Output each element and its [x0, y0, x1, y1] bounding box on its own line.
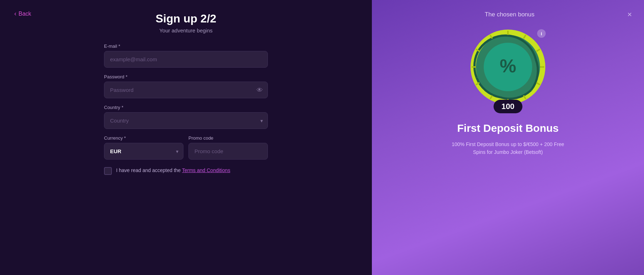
password-wrapper: 👁 — [104, 82, 268, 98]
email-input[interactable] — [104, 51, 268, 68]
page-title: Sign up 2/2 — [156, 12, 217, 25]
promo-input[interactable] — [188, 143, 268, 160]
password-input[interactable] — [104, 82, 268, 98]
country-select[interactable]: Country Germany France Spain Italy Nethe… — [104, 112, 268, 129]
currency-label: Currency * — [104, 135, 183, 141]
password-field-group: Password * 👁 — [104, 74, 268, 98]
promo-label: Promo code — [188, 135, 268, 141]
back-button[interactable]: ‹ Back — [14, 10, 31, 17]
terms-text: I have read and accepted the Terms and C… — [116, 167, 230, 174]
svg-text:%: % — [500, 56, 516, 76]
info-icon[interactable]: i — [537, 29, 546, 38]
email-field-group: E-mail * — [104, 43, 268, 68]
country-label: Country * — [104, 105, 268, 110]
right-panel: The chosen bonus × — [372, 0, 644, 275]
terms-row: I have read and accepted the Terms and C… — [104, 167, 268, 175]
close-button[interactable]: × — [626, 9, 633, 21]
wheel-badge: 100 — [494, 100, 523, 113]
bonus-description: 100% First Deposit Bonus up to $/€500 + … — [447, 140, 568, 156]
chosen-bonus-label: The chosen bonus — [393, 11, 626, 18]
terms-prefix: I have read and accepted the — [116, 167, 182, 173]
terms-link[interactable]: Terms and Conditions — [182, 167, 230, 173]
bonus-wheel-svg: % — [469, 28, 547, 106]
signup-form: E-mail * Password * 👁 Country * Country … — [104, 43, 268, 175]
right-panel-header: The chosen bonus × — [383, 9, 633, 21]
currency-select[interactable]: EUR USD GBP CAD AUD — [104, 143, 183, 160]
currency-field-group: Currency * EUR USD GBP CAD AUD ▾ — [104, 135, 183, 160]
bonus-title: First Deposit Bonus — [457, 122, 559, 135]
password-label: Password * — [104, 74, 268, 79]
back-label: Back — [19, 11, 31, 17]
chevron-left-icon: ‹ — [14, 10, 16, 17]
promo-field-group: Promo code — [188, 135, 268, 160]
bonus-wheel-container: % i 100 — [469, 28, 547, 113]
country-field-group: Country * Country Germany France Spain I… — [104, 105, 268, 129]
eye-icon[interactable]: 👁 — [256, 86, 263, 94]
terms-checkbox[interactable] — [104, 167, 112, 175]
currency-select-wrapper: EUR USD GBP CAD AUD ▾ — [104, 143, 183, 160]
email-label: E-mail * — [104, 43, 268, 49]
country-select-wrapper: Country Germany France Spain Italy Nethe… — [104, 112, 268, 129]
page-subtitle: Your adventure begins — [159, 27, 213, 33]
currency-promo-row: Currency * EUR USD GBP CAD AUD ▾ Promo c… — [104, 135, 268, 160]
left-panel: ‹ Back Sign up 2/2 Your adventure begins… — [0, 0, 372, 275]
